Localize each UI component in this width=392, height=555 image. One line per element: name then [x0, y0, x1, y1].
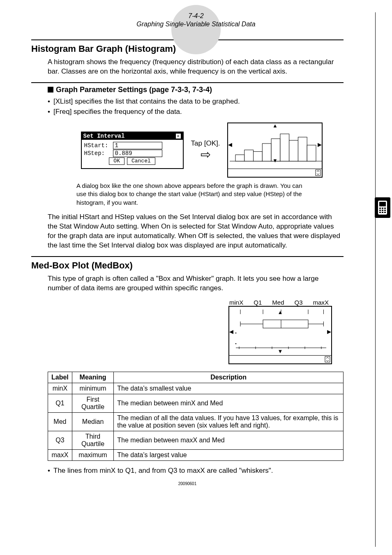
param-bullets: [XList] specifies the list that contains…: [48, 97, 344, 117]
set-interval-dialog: Set Interval ✕ HStart: 1 HStep: 0.889 OK…: [81, 132, 184, 169]
svg-point-41: [235, 343, 237, 344]
hstart-input[interactable]: 1: [113, 142, 162, 149]
svg-rect-10: [384, 212, 386, 213]
ok-button[interactable]: OK: [109, 157, 125, 165]
svg-rect-3: [382, 208, 383, 209]
svg-point-40: [235, 332, 237, 333]
scroll-up-icon[interactable]: ▲: [278, 309, 283, 315]
svg-rect-7: [384, 210, 386, 211]
svg-rect-18: [289, 140, 298, 161]
svg-rect-4: [384, 208, 386, 209]
resize-icon[interactable]: [325, 356, 330, 363]
page-index: 7-4-2: [16, 12, 376, 20]
hstep-label: HStep:: [84, 150, 113, 157]
svg-rect-6: [382, 210, 383, 211]
svg-rect-12: [235, 155, 244, 162]
scroll-right-icon[interactable]: ▶: [318, 141, 322, 148]
graph-param-heading: Graph Parameter Settings (page 7-3-3, 7-…: [48, 86, 344, 94]
svg-rect-14: [254, 152, 263, 161]
medbox-table: Label Meaning Description minXminimumThe…: [48, 372, 344, 461]
side-device-icon: [375, 197, 390, 218]
scroll-down-icon[interactable]: ▼: [278, 348, 283, 354]
table-row: MedMedianThe median of all the data valu…: [48, 412, 344, 431]
svg-rect-20: [307, 145, 316, 161]
table-row: Q3Third QuartileThe median between maxX …: [48, 431, 344, 449]
scroll-down-icon[interactable]: ▼: [272, 157, 278, 164]
whisker-note: The lines from minX to Q1, and from Q3 t…: [48, 466, 344, 476]
table-row: Q1First QuartileThe median between minX …: [48, 394, 344, 412]
section-title-medbox: Med-Box Plot (MedBox): [31, 260, 344, 271]
cancel-button[interactable]: Cancel: [127, 157, 155, 165]
scroll-left-icon[interactable]: ◀: [229, 328, 233, 335]
svg-rect-5: [379, 210, 381, 211]
tap-ok-hint: Tap [OK]. ⇨: [191, 139, 220, 161]
histogram-graph: ▲ ▼ ◀ ▶: [227, 123, 323, 178]
hstep-input[interactable]: 0.889: [113, 150, 162, 157]
dialog-note: A dialog box like the one shown above ap…: [76, 182, 307, 207]
page-subtitle: Graphing Single-Variable Statistical Dat…: [16, 21, 376, 28]
page-header: 7-4-2 Graphing Single-Variable Statistic…: [16, 12, 376, 28]
scroll-left-icon[interactable]: ◀: [228, 141, 232, 148]
svg-rect-17: [280, 134, 289, 161]
medbox-figure: minX Q1 Med Q3 maxX ▲ ▼ ◀ ▶: [228, 299, 344, 364]
close-icon[interactable]: ✕: [175, 133, 181, 139]
hstart-hstep-body: The initial HStart and HStep values on t…: [48, 213, 344, 250]
svg-rect-15: [263, 143, 272, 161]
svg-rect-9: [382, 212, 383, 213]
resize-icon[interactable]: [315, 169, 321, 176]
medbox-intro: This type of graph is often called a "Bo…: [48, 274, 344, 293]
svg-rect-13: [244, 150, 254, 161]
histogram-intro: A histogram shows the frequency (frequen…: [48, 58, 344, 76]
svg-rect-31: [263, 320, 308, 328]
scroll-up-icon[interactable]: ▲: [272, 123, 278, 129]
svg-rect-1: [379, 202, 386, 206]
dialog-title: Set Interval: [83, 133, 125, 139]
table-row: maxXmaximumThe data's largest value: [48, 449, 344, 460]
table-row: minXminimumThe data's smallest value: [48, 383, 344, 394]
scroll-right-icon[interactable]: ▶: [327, 328, 331, 335]
svg-rect-8: [379, 212, 381, 213]
svg-rect-19: [298, 137, 307, 162]
footer-number: 20090601: [31, 481, 344, 486]
hstart-label: HStart:: [84, 142, 113, 149]
svg-rect-2: [379, 208, 381, 209]
arrow-right-icon: ⇨: [191, 148, 220, 161]
